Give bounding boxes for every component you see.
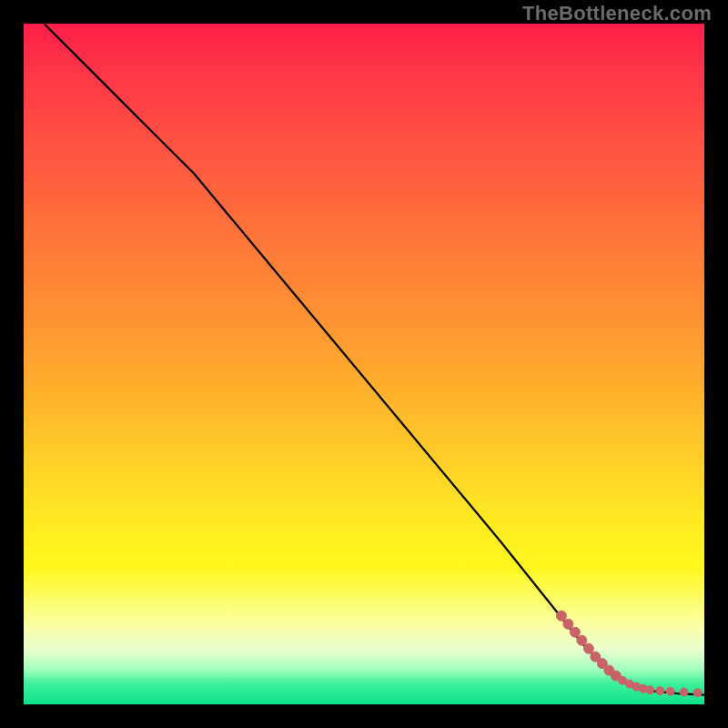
watermark-text: TheBottleneck.com (522, 2, 712, 25)
chart-container: TheBottleneck.com (0, 0, 728, 728)
plot-gradient-background (24, 24, 704, 704)
